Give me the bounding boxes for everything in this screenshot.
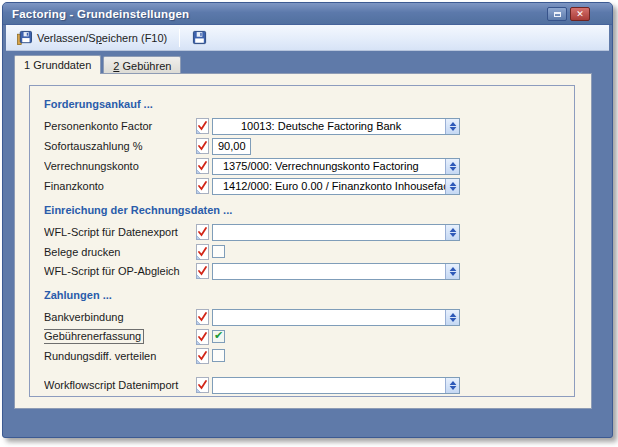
dropdown-diamond-button[interactable] — [445, 119, 459, 134]
required-check-icon — [196, 263, 209, 279]
row-finanzkonto: Finanzkonto 1412/000: Euro 0.00 / Finanz… — [44, 176, 560, 196]
bankverbindung-combobox[interactable] — [212, 309, 460, 326]
dropdown-diamond-button[interactable] — [445, 264, 459, 279]
field-label: Finanzkonto — [44, 180, 192, 192]
combo-value — [213, 310, 445, 325]
dropdown-diamond-button[interactable] — [445, 179, 459, 194]
dropdown-diamond-button[interactable] — [445, 310, 459, 325]
save-floppy-icon — [192, 30, 207, 45]
tab-grunddaten-label: 1 Grunddaten — [24, 59, 91, 71]
sofortauszahlung-input[interactable]: 90,00 — [212, 138, 251, 155]
combo-value: 1375/000: Verrechnungskonto Factoring — [213, 159, 445, 174]
diamond-arrows-icon — [449, 162, 457, 171]
close-window-button[interactable]: ✕ — [570, 7, 590, 21]
personenkonto-combobox[interactable]: 10013: Deutsche Factoring Bank — [212, 118, 460, 135]
required-check-icon — [196, 244, 209, 260]
diamond-arrows-icon — [449, 122, 457, 131]
required-check-icon — [196, 118, 209, 134]
required-check-icon — [196, 348, 209, 364]
required-check-icon — [196, 329, 209, 345]
wfl-datenexport-combobox[interactable] — [212, 224, 460, 241]
dropdown-diamond-button[interactable] — [445, 225, 459, 240]
diamond-arrows-icon — [449, 267, 457, 276]
combo-value — [213, 378, 445, 393]
combo-value — [213, 264, 445, 279]
row-verrechnungskonto: Verrechnungskonto 1375/000: Verrechnungs… — [44, 156, 560, 176]
titlebar: Factoring - Grundeinstellungen ✕ — [3, 3, 612, 25]
field-label: Workflowscript Datenimport — [44, 379, 192, 391]
exit-save-button[interactable]: Verlassen/Speichern (F10) — [10, 28, 174, 48]
field-label: Sofortauszahlung % — [44, 140, 192, 152]
required-check-icon — [196, 309, 209, 325]
tabstrip: 1 Grunddaten 2 Gebühren — [14, 55, 183, 73]
restore-window-button[interactable] — [547, 7, 567, 21]
field-label: Bankverbindung — [44, 311, 192, 323]
required-check-icon — [196, 158, 209, 174]
wfl-op-abgleich-combobox[interactable] — [212, 263, 460, 280]
focused-label-box: Gebührenerfassung — [44, 329, 144, 344]
row-workflowscript: Workflowscript Datenimport — [44, 375, 560, 395]
rundungsdiff-checkbox[interactable] — [212, 349, 225, 362]
settings-groupbox: Forderungsankauf ... Personenkonto Facto… — [29, 85, 575, 397]
restore-icon — [554, 12, 561, 17]
required-check-icon — [196, 224, 209, 240]
app-window: Factoring - Grundeinstellungen ✕ Verlass… — [2, 2, 613, 438]
required-check-icon — [196, 138, 209, 154]
row-wfl-datenexport: WFL-Script für Datenexport — [44, 222, 560, 242]
required-check-icon — [196, 178, 209, 194]
diamond-arrows-icon — [449, 313, 457, 322]
verrechnungskonto-combobox[interactable]: 1375/000: Verrechnungskonto Factoring — [212, 158, 460, 175]
field-label: WFL-Script für OP-Abgleich — [44, 265, 192, 277]
finanzkonto-combobox[interactable]: 1412/000: Euro 0.00 / Finanzkonto Inhous… — [212, 178, 460, 195]
section-heading-einreichung: Einreichung der Rechnungsdaten ... — [44, 204, 560, 220]
close-icon: ✕ — [576, 10, 584, 19]
belege-drucken-checkbox[interactable] — [212, 245, 225, 258]
section-heading-forderungsankauf: Forderungsankauf ... — [44, 98, 560, 114]
tab-page-grunddaten: Forderungsankauf ... Personenkonto Facto… — [14, 73, 592, 409]
field-label: Personenkonto Factor — [44, 120, 192, 132]
tab-gebuehren-label: 2 Gebühren — [113, 60, 171, 72]
required-check-icon — [196, 377, 209, 393]
field-label: Rundungsdiff. verteilen — [44, 350, 192, 362]
exit-save-icon — [17, 30, 32, 45]
diamond-arrows-icon — [449, 182, 457, 191]
combo-value: 10013: Deutsche Factoring Bank — [213, 119, 445, 134]
toolbar: Verlassen/Speichern (F10) — [6, 25, 609, 51]
row-rundungsdiff: Rundungsdiff. verteilen — [44, 346, 560, 365]
required-check-icon — [196, 397, 209, 398]
row-sofortauszahlung: Sofortauszahlung % 90,00 — [44, 136, 560, 156]
field-label: Gebührenerfassung — [44, 329, 192, 344]
tab-gebuehren[interactable]: 2 Gebühren — [103, 56, 181, 73]
workflowscript-combobox[interactable] — [212, 377, 460, 394]
toolbar-separator — [179, 29, 180, 47]
combo-value — [213, 225, 445, 240]
diamond-arrows-icon — [449, 228, 457, 237]
exit-save-label: Verlassen/Speichern (F10) — [37, 32, 167, 44]
row-belege-drucken: Belege drucken — [44, 242, 560, 261]
dropdown-diamond-button[interactable] — [445, 159, 459, 174]
tab-grunddaten[interactable]: 1 Grunddaten — [14, 55, 101, 74]
field-label: Verrechnungskonto — [44, 160, 192, 172]
row-ohne-zahlungsdialog: Ohne Zahlungsdialog buchen — [44, 395, 560, 397]
row-personenkonto: Personenkonto Factor 10013: Deutsche Fac… — [44, 116, 560, 136]
section-heading-zahlungen: Zahlungen ... — [44, 289, 560, 305]
save-button[interactable] — [185, 28, 214, 48]
diamond-arrows-icon — [449, 381, 457, 390]
row-wfl-op-abgleich: WFL-Script für OP-Abgleich — [44, 261, 560, 281]
row-bankverbindung: Bankverbindung — [44, 307, 560, 327]
field-label: WFL-Script für Datenexport — [44, 226, 192, 238]
dropdown-diamond-button[interactable] — [445, 378, 459, 393]
row-gebuehrenerfassung: Gebührenerfassung — [44, 327, 560, 346]
field-label: Belege drucken — [44, 246, 192, 258]
window-title: Factoring - Grundeinstellungen — [12, 8, 189, 20]
combo-value: 1412/000: Euro 0.00 / Finanzkonto Inhous… — [213, 179, 445, 194]
gebuehrenerfassung-checkbox[interactable] — [212, 330, 225, 343]
